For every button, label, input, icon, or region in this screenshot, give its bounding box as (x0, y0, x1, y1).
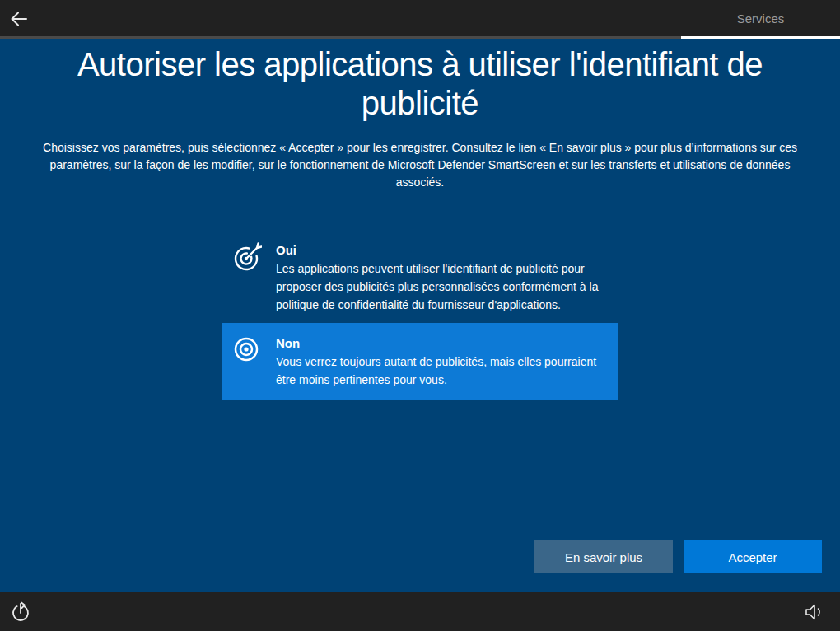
option-non[interactable]: Non Vous verrez toujours autant de publi… (222, 323, 618, 400)
ease-of-access-button[interactable] (10, 601, 31, 623)
option-oui-text: Oui Les applications peuvent utiliser l'… (276, 241, 608, 314)
option-oui-description: Les applications peuvent utiliser l'iden… (276, 259, 608, 314)
tab-services[interactable]: Services (681, 0, 840, 39)
ease-of-access-icon (10, 601, 31, 623)
option-non-text: Non Vous verrez toujours autant de publi… (276, 334, 608, 389)
option-non-label: Non (276, 334, 608, 353)
main-content: Autoriser les applications à utiliser l'… (0, 39, 840, 592)
bullseye-icon (232, 335, 262, 365)
tab-services-label: Services (737, 12, 785, 26)
option-oui-label: Oui (276, 241, 608, 259)
bottom-bar (0, 592, 840, 631)
option-oui[interactable]: Oui Les applications peuvent utiliser l'… (222, 241, 618, 314)
option-non-description: Vous verrez toujours autant de publicité… (276, 353, 608, 389)
target-dart-icon (232, 242, 262, 272)
volume-icon (804, 603, 825, 621)
back-button[interactable] (7, 7, 31, 31)
footer-buttons: En savoir plus Accepter (534, 540, 822, 573)
accept-button[interactable]: Accepter (684, 540, 822, 573)
top-bar: Services (0, 0, 840, 39)
back-arrow-icon (8, 8, 30, 30)
page-subtitle: Choisissez vos paramètres, puis sélectio… (35, 139, 805, 191)
volume-button[interactable] (804, 603, 825, 621)
oobe-screen: Services Autoriser les applications à ut… (0, 0, 840, 631)
page-title: Autoriser les applications à utiliser l'… (29, 45, 811, 123)
options-list: Oui Les applications peuvent utiliser l'… (222, 241, 618, 400)
learn-more-button[interactable]: En savoir plus (534, 540, 673, 573)
